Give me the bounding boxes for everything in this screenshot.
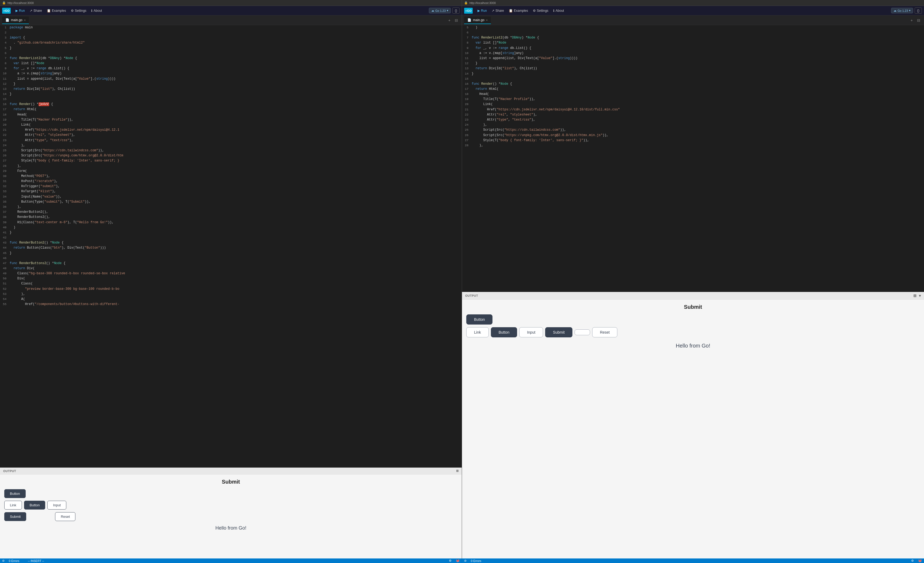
left-main-go-tab[interactable]: 📄 main.go × [2,16,29,24]
left-status-bar: ⊘ 0 Errors -- INSERT -- ⚙ 🐙 [0,559,462,563]
left-share-icon: ↗ [30,9,32,13]
right-tab-add-button[interactable]: + [909,18,914,23]
left-output-expand-icon[interactable]: ⊞ [456,469,459,473]
code-line: 44 return Button(Class("btn"), Div(Text(… [0,246,462,250]
right-settings-button[interactable]: ⚙ Settings [531,8,550,13]
left-tab-close[interactable]: × [24,18,26,22]
left-url-bar: 🔒 http://localhost:3000 [0,0,462,6]
left-button-btn[interactable]: Button [4,489,26,498]
right-submit-btn[interactable]: Submit [545,327,572,337]
code-line: 38 RenderButtons2(), [0,215,462,220]
left-tab-add-button[interactable]: + [447,18,452,23]
right-main-go-tab[interactable]: 📄 main.go × [464,16,491,24]
code-line: 46 [0,256,462,261]
code-line: 3import { [0,35,462,40]
right-panel: 🔒 http://localhost:3000 ≡GO ▶ Run ↗ Shar… [462,0,924,559]
right-about-button[interactable]: ℹ About [551,8,566,13]
right-output-grid-icon[interactable]: ⊞ [913,293,917,298]
code-line: 1package main [0,25,462,30]
right-button-btn[interactable]: Button [466,314,492,325]
code-line: 45} [0,251,462,256]
code-line: 36 ), [0,205,462,210]
right-tab-close[interactable]: × [486,18,488,22]
left-share-button[interactable]: ↗ Share [27,8,44,13]
right-format-button[interactable]: {} [915,7,922,13]
left-preview-row2: Link Button Input [4,501,458,509]
code-line: 40 ) [0,225,462,230]
left-link-btn[interactable]: Link [4,501,22,509]
left-url-favicon: 🔒 [2,1,6,4]
right-share-icon: ↗ [492,9,494,13]
right-input-btn[interactable]: Input [519,327,543,337]
left-submit-btn[interactable]: Submit [4,512,26,521]
right-output-chevron-icon[interactable]: ▾ [919,293,921,298]
code-line: 49 Class("bg-base-300 rounded-b-box roun… [0,271,462,276]
code-line: 29 Form( [0,169,462,174]
right-link-btn[interactable]: Link [466,327,489,337]
left-preview-row3: Submit Reset [4,512,458,521]
left-tab-split-button[interactable]: ⊟ [453,18,460,23]
right-code-editor[interactable]: 5 ) 6 7func RenderList2(db *DBAny) *Node… [462,25,924,292]
code-line: 28 ), [0,163,462,169]
code-line: 15 [0,97,462,102]
left-run-button[interactable]: ▶ Run [14,8,27,13]
code-line: 18 Head( [0,112,462,117]
right-examples-button[interactable]: 📋 Examples [507,8,530,13]
left-status-errors: 0 Errors [9,559,19,563]
left-examples-button[interactable]: 📋 Examples [45,8,68,13]
left-status-error-icon: ⊘ [2,559,4,563]
right-go-version[interactable]: ☁ Go 1.23 ▾ [891,8,913,13]
right-output-content: Submit Button Link Button Input Submit R… [462,299,924,559]
right-preview-row2: Link Button Input Submit Reset [466,327,920,337]
right-tab-split-button[interactable]: ⊟ [915,18,922,23]
right-button-btn2[interactable]: Button [491,327,517,337]
left-button-btn2[interactable]: Button [24,501,45,509]
code-line: 43func RenderButton2() *Node { [0,240,462,246]
code-line: 8 var list []*Node [462,40,924,45]
right-cloud-icon: ☁ [894,9,897,12]
code-line: 7func RenderList2(db *DBAny) *Node { [0,56,462,61]
code-line: 5} [0,46,462,51]
left-input-btn[interactable]: Input [47,501,66,509]
code-line: 41} [0,230,462,235]
code-line: 17 return Html( [462,87,924,92]
code-line: 24 ), [462,123,924,127]
code-line: 48 return Div( [0,266,462,271]
code-line: 20 Link( [0,123,462,127]
code-line: 24 ), [0,143,462,148]
code-line: 27 Style(T("body { font-family: 'Inter',… [462,138,924,143]
left-go-version[interactable]: ☁ Go 1.23 ▾ [429,8,451,13]
code-line: 17 return Html( [0,107,462,112]
right-chevron-icon: ▾ [909,9,910,12]
code-line: 8 var list []*Node [0,61,462,66]
code-line: 11 list = append(list, Div(Text(a["Value… [0,76,462,82]
code-line: 11 list = append(list, Div(Text(a["Value… [462,56,924,61]
code-line: 30 Method("POST"), [0,174,462,179]
right-url-text[interactable]: http://localhost:3000 [470,1,496,4]
left-code-editor[interactable]: 1package main 2 3import { 4 . "github.co… [0,25,462,467]
code-line: 25 Script(Src("https://cdn.tailwindcss.c… [0,148,462,153]
left-format-button[interactable]: {} [452,7,460,13]
code-line: 19 Title(T("Hacker Profile")), [462,97,924,102]
right-share-button[interactable]: ↗ Share [489,8,506,13]
code-line: 28 ), [462,143,924,148]
code-line: 16func Render() *je4vV { [0,102,462,107]
left-about-button[interactable]: ℹ About [89,8,104,13]
left-reset-btn[interactable]: Reset [55,512,75,521]
right-run-icon: ▶ [477,9,480,13]
right-ghost-btn[interactable] [574,329,590,335]
code-line: 18 Head( [462,92,924,97]
right-status-bar: ⊘ 0 Errors ⚙ 🐙 [462,559,924,563]
code-line: 13 return Div(Id("list"), Ch(list)) [462,66,924,71]
left-preview-row1: Button [4,489,458,498]
left-settings-button[interactable]: ⚙ Settings [69,8,88,13]
right-go-icon: ≡GO [464,8,473,13]
left-ghost-btn2[interactable] [42,514,53,519]
left-ghost-btn1[interactable] [28,514,40,519]
right-reset-btn[interactable]: Reset [592,327,618,337]
code-line: 26 Script(Src("https://unpkg.com/htmx.or… [0,153,462,158]
code-line: 12 } [462,61,924,66]
code-line: 10 a := v.(map[string]any) [0,71,462,76]
right-run-button[interactable]: ▶ Run [476,8,489,13]
left-url-text[interactable]: http://localhost:3000 [8,1,34,4]
